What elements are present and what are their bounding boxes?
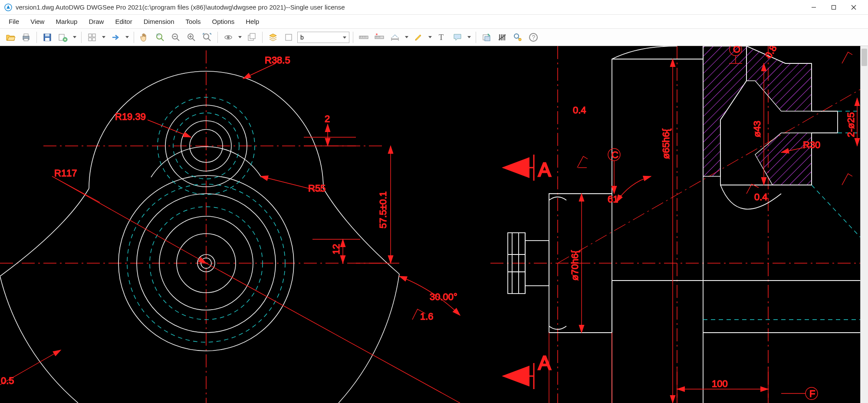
- scrollbar-thumb[interactable]: [861, 49, 867, 66]
- maximize-button[interactable]: [824, 0, 844, 15]
- svg-line-22: [177, 38, 179, 41]
- export-dropdown[interactable]: [72, 30, 78, 44]
- dim-61deg: 61°: [608, 194, 622, 205]
- svg-rect-16: [92, 38, 95, 41]
- svg-point-55: [514, 34, 519, 38]
- svg-point-40: [376, 33, 378, 35]
- svg-point-30: [227, 36, 230, 39]
- section-view: A A 0.4 C 61° ø70h6{: [490, 46, 860, 403]
- svg-line-28: [208, 38, 210, 41]
- zoom-out-button[interactable]: [169, 30, 183, 44]
- zoom-window-button[interactable]: [153, 30, 167, 44]
- menu-draw[interactable]: Draw: [83, 16, 109, 27]
- layer-combo[interactable]: b: [297, 32, 349, 43]
- layer-combo-value: b: [300, 34, 304, 41]
- copy-view-button[interactable]: [245, 30, 259, 44]
- datum-c: C: [612, 149, 618, 160]
- section-a-top: A: [538, 159, 551, 180]
- menu-markup[interactable]: Markup: [50, 16, 82, 27]
- dim-r55: R55: [308, 183, 326, 194]
- dim-r30: R30: [803, 139, 820, 150]
- svg-line-89: [206, 263, 460, 403]
- go-dropdown[interactable]: [124, 30, 130, 44]
- svg-rect-32: [250, 33, 255, 39]
- svg-line-78: [148, 120, 191, 137]
- svg-rect-10: [45, 38, 49, 41]
- zoom-in-button[interactable]: [184, 30, 198, 44]
- title-bar: version1.dwg AutoDWG DWGSee Pro 2021(c:\…: [0, 0, 868, 15]
- menu-bar: File View Markup Draw Editor Dimension T…: [0, 15, 868, 29]
- svg-rect-14: [92, 34, 95, 37]
- dim-30deg: 30.00°: [430, 291, 457, 302]
- dim-57-5: 57.5±0.1: [378, 192, 388, 228]
- drawing-canvas[interactable]: R38.5 R19.39 R117 R55 2 12: [0, 46, 868, 403]
- measure-area-button[interactable]: [388, 30, 402, 44]
- svg-line-104: [812, 185, 860, 237]
- dim-r38-5: R38.5: [265, 55, 290, 66]
- open-button[interactable]: [3, 30, 17, 44]
- svg-rect-49: [485, 36, 490, 41]
- measure-dropdown[interactable]: [404, 30, 410, 44]
- menu-view[interactable]: View: [25, 16, 49, 27]
- print-button[interactable]: [19, 30, 33, 44]
- layer-toggle-button[interactable]: [282, 30, 296, 44]
- find-button[interactable]: [511, 30, 525, 44]
- svg-rect-13: [89, 34, 92, 37]
- menu-tools[interactable]: Tools: [181, 16, 206, 27]
- layer-manager-button[interactable]: [266, 30, 280, 44]
- svg-rect-9: [45, 34, 49, 36]
- comment-button[interactable]: [450, 30, 464, 44]
- svg-line-80: [52, 176, 206, 263]
- dim-12: 12: [331, 244, 342, 254]
- svg-text:T: T: [439, 33, 444, 42]
- app-icon: [4, 3, 12, 11]
- sf-0-4a: 0.4: [573, 105, 586, 116]
- highlighter-button[interactable]: [411, 30, 425, 44]
- svg-rect-15: [89, 38, 92, 41]
- svg-point-57: [519, 38, 521, 41]
- svg-rect-6: [24, 34, 28, 36]
- comment-dropdown[interactable]: [466, 30, 472, 44]
- sf-1-6: 1.6: [420, 311, 434, 322]
- svg-rect-7: [24, 39, 28, 41]
- dim-r117: R117: [54, 168, 77, 178]
- orbit-button[interactable]: [221, 30, 235, 44]
- dim-2: 2: [325, 113, 330, 124]
- svg-text:?: ?: [532, 34, 536, 41]
- svg-line-18: [161, 38, 164, 41]
- datum-o: O: [733, 46, 740, 55]
- text-button[interactable]: T: [435, 30, 449, 44]
- highlighter-dropdown[interactable]: [427, 30, 433, 44]
- svg-line-77: [243, 63, 276, 79]
- measure-distance-button[interactable]: [357, 30, 371, 44]
- go-button[interactable]: [108, 30, 122, 44]
- count-button[interactable]: [495, 30, 509, 44]
- dim-100: 100: [712, 378, 728, 389]
- close-button[interactable]: [844, 0, 864, 15]
- export-button[interactable]: [56, 30, 70, 44]
- dim-phi65: ø65h6{: [661, 129, 671, 159]
- zoom-extents-button[interactable]: [200, 30, 214, 44]
- vertical-scrollbar[interactable]: [860, 46, 868, 403]
- layout-dropdown[interactable]: [101, 30, 107, 44]
- front-view: R38.5 R19.39 R117 R55 2 12: [0, 50, 460, 403]
- dim-phi70: ø70h6{: [569, 250, 580, 281]
- dim-0-5: 0.5: [1, 375, 14, 386]
- save-button[interactable]: [40, 30, 54, 44]
- menu-options[interactable]: Options: [207, 16, 240, 27]
- dim-2phi25: 2-ø25: [845, 112, 856, 137]
- orbit-dropdown[interactable]: [237, 30, 243, 44]
- datum-f: F: [809, 388, 815, 399]
- dim-phi43: ø43: [752, 121, 763, 137]
- snapshot-button[interactable]: [480, 30, 493, 44]
- menu-help[interactable]: Help: [240, 16, 264, 27]
- minimize-button[interactable]: [804, 0, 824, 15]
- layout-button[interactable]: [85, 30, 99, 44]
- menu-file[interactable]: File: [3, 16, 24, 27]
- pan-button[interactable]: [138, 30, 151, 44]
- help-button[interactable]: ?: [526, 30, 540, 44]
- menu-editor[interactable]: Editor: [110, 16, 137, 27]
- menu-dimension[interactable]: Dimension: [138, 16, 180, 27]
- toolbar: b T ?: [0, 29, 868, 46]
- measure-multi-button[interactable]: [372, 30, 386, 44]
